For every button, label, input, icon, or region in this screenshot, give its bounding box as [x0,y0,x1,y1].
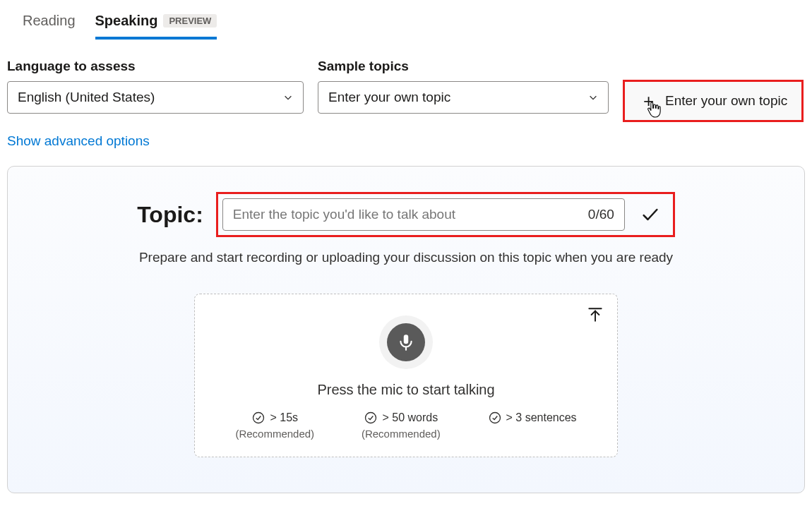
chevron-down-icon [588,92,598,102]
mic-caption: Press the mic to start talking [212,382,600,398]
controls-row: Language to assess English (United State… [7,59,805,122]
sample-topics-select[interactable]: Enter your own topic [318,81,609,114]
req-duration: > 15s (Recommended) [235,411,314,440]
req-words-sub: (Recommended) [362,428,441,440]
mic-card: Press the mic to start talking > 15s (Re… [194,294,618,457]
check-circle-icon [364,411,378,425]
req-sentences-text: > 3 sentences [506,411,577,424]
enter-own-topic-label: Enter your own topic [662,93,790,109]
chevron-down-icon [283,92,293,102]
requirements: > 15s (Recommended) > 50 words (Recommen… [212,411,600,440]
req-duration-sub: (Recommended) [235,428,314,440]
svg-point-5 [366,413,376,423]
prepare-text: Prepare and start recording or uploading… [25,250,787,265]
mic-inner [387,323,425,361]
hand-cursor-icon [646,100,662,119]
confirm-topic-button[interactable] [640,205,660,224]
tab-reading[interactable]: Reading [23,7,76,39]
tab-speaking[interactable]: Speaking PREVIEW [95,7,217,39]
req-words: > 50 words (Recommended) [362,411,441,440]
req-duration-text: > 15s [270,411,298,424]
req-sentences: > 3 sentences [488,411,577,440]
enter-own-topic-button[interactable]: + Enter your own topic [623,80,804,122]
svg-rect-2 [404,335,409,344]
svg-point-4 [253,413,264,423]
sample-topics-group: Sample topics Enter your own topic [318,59,609,122]
topic-row: Topic: Enter the topic you'd like to tal… [25,192,787,237]
main-card: Topic: Enter the topic you'd like to tal… [7,166,805,493]
check-circle-icon [488,411,502,425]
mic-icon [397,333,415,351]
preview-badge: PREVIEW [163,14,217,28]
sample-topics-value: Enter your own topic [328,90,450,105]
req-sentences-sub [530,428,533,440]
language-select[interactable]: English (United States) [7,81,304,114]
show-advanced-options-link[interactable]: Show advanced options [7,133,150,149]
topic-input-highlight: Enter the topic you'd like to talk about… [216,192,675,237]
topic-label: Topic: [137,202,203,228]
svg-point-6 [489,413,500,423]
req-words-text: > 50 words [382,411,438,424]
language-label: Language to assess [7,59,304,74]
tabs: Reading Speaking PREVIEW [7,7,805,39]
sample-topics-label: Sample topics [318,59,609,74]
language-group: Language to assess English (United State… [7,59,304,122]
upload-icon[interactable] [586,306,604,324]
check-circle-icon [251,411,265,425]
topic-input[interactable]: Enter the topic you'd like to talk about… [222,198,625,231]
topic-placeholder: Enter the topic you'd like to talk about [233,207,455,222]
topic-counter: 0/60 [588,207,614,222]
language-value: English (United States) [18,90,155,105]
tab-speaking-label: Speaking [95,13,158,29]
mic-button[interactable] [379,315,433,369]
